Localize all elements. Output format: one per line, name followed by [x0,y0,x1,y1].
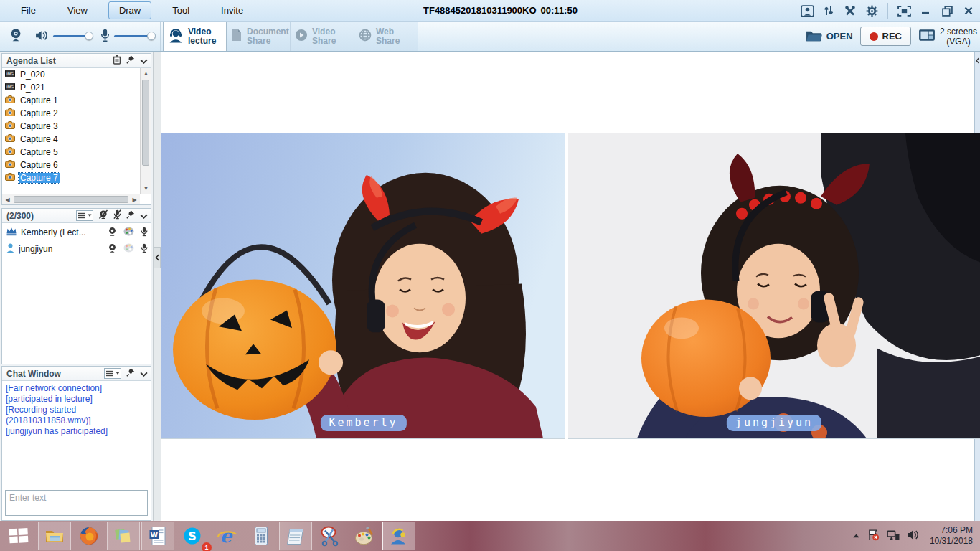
sidebar-divider [153,52,161,521]
chat-title: Chat Window [6,369,104,379]
taskbar-paint[interactable] [348,522,381,550]
start-button[interactable] [0,521,37,551]
video-feed-jungjiyun[interactable]: jungjiyun [568,133,980,439]
agenda-item[interactable]: Capture 6 [2,159,140,171]
screens-indicator[interactable]: 2 screens (VGA) [918,27,977,47]
tray-speaker-icon[interactable] [907,529,920,542]
volume-slider-knob[interactable] [85,32,93,40]
capture-camera-icon [5,160,15,170]
chat-input[interactable] [5,490,148,516]
chevron-down-icon[interactable] [140,211,148,221]
agenda-item[interactable]: Capture 4 [2,133,140,146]
capture-camera-icon [5,147,15,157]
chevron-left-icon[interactable] [975,56,980,66]
fullscreen-frame-icon[interactable] [897,4,911,17]
agenda-item[interactable]: IMG P_021 [2,81,140,94]
pin-icon[interactable] [126,368,135,379]
menu-file[interactable]: File [10,1,47,19]
agenda-item[interactable]: Capture 5 [2,146,140,159]
scroll-left-icon[interactable]: ◀ [2,194,13,205]
pin-icon[interactable] [126,55,135,66]
tray-clock[interactable]: 7:06 PM 10/31/2018 [927,525,973,547]
pin-icon[interactable] [126,210,135,221]
chevron-down-icon[interactable] [140,56,148,66]
taskbar-internet-explorer[interactable]: e [210,522,243,550]
network-icon[interactable] [887,529,900,543]
settings-gear-icon[interactable] [864,4,879,17]
trash-icon[interactable] [113,55,121,67]
scroll-right-icon[interactable]: ▶ [129,194,140,205]
participant-webcam-icon[interactable] [108,227,117,239]
tray-chevron-up-icon[interactable] [852,531,860,541]
taskbar-sticky-notes[interactable] [107,522,140,550]
crown-lecturer-icon [6,227,17,238]
taskbar-word[interactable]: W [141,522,174,550]
tab-document-share[interactable]: Document Share [227,22,291,51]
agenda-vertical-scrollbar[interactable]: ▲ ▼ [140,68,151,194]
participant-mic-icon[interactable] [141,243,148,255]
tab-label: Video lecture [188,27,222,46]
list-menu-button[interactable] [76,210,93,221]
taskbar-snipping-tool[interactable] [314,522,347,550]
menu-invite[interactable]: Invite [210,1,254,19]
speaker-icon[interactable] [35,30,49,43]
menu-draw[interactable]: Draw [108,1,151,19]
taskbar-lecture-app[interactable] [382,522,415,550]
name-tag: Kemberly [320,415,406,431]
open-button[interactable]: OPEN [806,29,853,44]
close-icon[interactable] [961,4,976,17]
taskbar-skype[interactable]: S 1 [176,522,209,550]
agenda-item[interactable]: Capture 2 [2,107,140,120]
chat-message: [jungjiyun has participated] [6,426,147,437]
main-stage: Kemberly [161,52,980,521]
mic-off-icon[interactable] [113,209,121,222]
taskbar-file-explorer[interactable] [38,522,71,550]
participant-palette-icon[interactable] [123,227,134,238]
tab-web-share[interactable]: Web Share [354,22,418,51]
transfer-icon[interactable] [821,4,836,17]
chevron-down-icon[interactable] [140,369,148,379]
taskbar-calculator[interactable] [245,522,278,550]
agenda-item[interactable]: IMG P_020 [2,68,140,81]
mic-icon[interactable] [100,29,110,44]
scroll-down-icon[interactable]: ▼ [141,183,151,194]
chat-menu-button[interactable] [104,368,121,379]
scroll-up-icon[interactable]: ▲ [141,68,151,79]
agenda-item[interactable]: Capture 1 [2,94,140,107]
taskbar: W S 1 e [0,521,980,551]
chat-message: [Fair network connection] [6,383,147,394]
tab-video-share[interactable]: Video Share [291,22,354,51]
av-separator [29,27,29,46]
participant-webcam-icon[interactable] [108,243,117,255]
webcam-off-icon[interactable] [98,209,108,222]
taskbar-firefox[interactable] [72,522,105,550]
participant-palette-icon[interactable] [123,243,134,255]
capture-camera-icon [5,95,15,105]
taskbar-notepad[interactable] [279,522,312,550]
mic-slider[interactable] [114,35,154,37]
participant-row[interactable]: Kemberly (Lect... [2,225,151,240]
webcam-icon[interactable] [9,28,23,44]
volume-slider[interactable] [53,35,93,37]
minimize-icon[interactable] [918,4,933,17]
rec-button[interactable]: REC [860,27,911,46]
action-center-flag-icon[interactable] [867,529,880,543]
menu-tool[interactable]: Tool [161,1,200,19]
participant-row[interactable]: jungjiyun [2,242,151,256]
tools-icon[interactable] [843,4,857,17]
sidebar-collapse-button[interactable] [154,247,161,268]
tab-video-lecture[interactable]: Video lecture [163,22,227,51]
participant-mic-icon[interactable] [141,227,148,239]
agenda-horizontal-scrollbar[interactable]: ◀ ▶ [2,194,140,204]
restore-icon[interactable] [940,4,954,17]
agenda-item[interactable]: Capture 3 [2,120,140,133]
user-profile-icon[interactable] [800,4,814,17]
scrollbar-thumb[interactable] [14,196,128,203]
agenda-item-selected[interactable]: Capture 7 [2,171,140,184]
video-feed-kemberly[interactable]: Kemberly [161,133,565,439]
menu-view[interactable]: View [57,1,98,19]
video-row: Kemberly [161,133,980,439]
document-icon [231,29,242,44]
scrollbar-thumb[interactable] [142,80,149,166]
mic-slider-knob[interactable] [147,32,156,40]
